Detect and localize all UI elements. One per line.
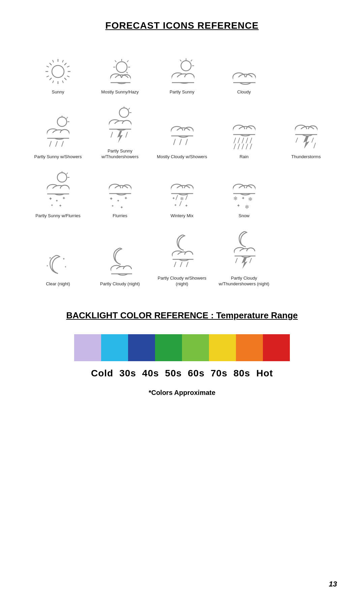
icon-mostly-cloudy-showers: Mostly Cloudy w/Showers	[151, 102, 213, 163]
icon-thunderstorms: Thunderstorms	[275, 102, 337, 163]
partly-sunny-thundershowers-icon	[103, 105, 137, 146]
partly-sunny-thundershowers-label: Partly Sunny w/Thundershowers	[91, 148, 149, 160]
svg-line-55	[62, 141, 63, 146]
svg-rect-42	[233, 77, 255, 83]
partly-cloudy-night-icon	[103, 245, 137, 279]
svg-text:❄: ❄	[180, 196, 184, 201]
svg-rect-51	[47, 133, 69, 138]
svg-rect-79	[233, 129, 255, 135]
svg-line-16	[62, 81, 63, 83]
svg-line-13	[47, 76, 49, 77]
clear-night-icon: ✦ ✦ ✦ ✦	[43, 252, 73, 279]
svg-text:✦: ✦	[237, 203, 240, 208]
svg-text:✦: ✦	[117, 199, 120, 203]
color-label-80s: 80s	[234, 368, 250, 379]
svg-line-85	[250, 138, 252, 143]
svg-line-58	[128, 108, 130, 110]
svg-line-170	[250, 258, 251, 263]
svg-line-160	[174, 262, 176, 267]
icon-cloudy: Cloudy	[213, 45, 275, 98]
svg-line-15	[53, 81, 54, 83]
color-bar-cold	[74, 334, 101, 361]
icon-partly-cloudy-showers-night: Partly Cloudy w/Showers (night)	[151, 226, 213, 290]
svg-line-98	[314, 143, 315, 148]
svg-line-86	[234, 144, 236, 149]
svg-line-134	[180, 201, 181, 206]
partly-cloudy-showers-night-icon	[165, 232, 199, 273]
svg-text:✦: ✦	[241, 196, 245, 201]
colors-approximate: *Colors Approximate	[27, 389, 337, 397]
svg-text:✦: ✦	[111, 204, 114, 208]
icon-partly-sunny-thundershowers: Partly Sunny w/Thundershowers	[89, 102, 151, 163]
color-label-60s: 60s	[188, 368, 205, 379]
svg-point-29	[181, 61, 191, 71]
color-label-50s: 50s	[165, 368, 182, 379]
svg-line-84	[246, 138, 248, 143]
svg-text:❄: ❄	[248, 196, 252, 202]
color-bar-50s	[155, 334, 182, 361]
mostly-cloudy-showers-icon	[165, 114, 199, 151]
svg-rect-139	[233, 188, 255, 194]
svg-line-75	[186, 139, 187, 145]
svg-text:✦: ✦	[124, 196, 128, 201]
svg-text:❄: ❄	[245, 204, 249, 210]
svg-line-46	[66, 117, 68, 119]
svg-rect-117	[109, 188, 131, 194]
icon-snow: ❄ ✦ ❄ ✦ ❄ Snow	[213, 167, 275, 222]
svg-point-17	[116, 62, 127, 73]
thunderstorms-icon	[289, 114, 323, 151]
icon-partly-sunny-flurries: ✦ ✦ ✦ ✦ ✦ Partly Sunny w/Flurries	[27, 167, 89, 222]
svg-marker-65	[117, 131, 123, 143]
svg-line-6	[64, 78, 66, 80]
svg-line-31	[191, 60, 192, 61]
svg-text:✦: ✦	[109, 196, 113, 201]
color-bar-80s	[236, 334, 263, 361]
forecast-title: FORECAST ICONS REFERENCE	[27, 20, 337, 31]
svg-line-21	[115, 60, 116, 62]
svg-text:✦: ✦	[46, 264, 49, 267]
icon-partly-cloudy-night: Partly Cloudy (night)	[89, 226, 151, 290]
sunny-icon	[43, 56, 73, 87]
svg-line-14	[67, 76, 69, 77]
color-bar-30s	[101, 334, 128, 361]
svg-marker-168	[242, 258, 247, 269]
svg-line-82	[238, 138, 240, 143]
svg-line-9	[53, 60, 54, 62]
svg-line-53	[50, 141, 51, 146]
color-bars	[27, 334, 337, 361]
svg-line-81	[234, 138, 236, 143]
color-bar-60s	[182, 334, 209, 361]
svg-line-74	[180, 139, 181, 145]
color-bar-40s	[128, 334, 155, 361]
partly-cloudy-thundershowers-night-label: Partly Cloudy w/Thundershowers (night)	[215, 276, 273, 287]
partly-sunny-showers-label: Partly Sunny w/Showers	[34, 154, 82, 160]
icon-mostly-sunny-hazy: Mostly Sunny/Hazy	[89, 45, 151, 98]
svg-text:✦: ✦	[62, 196, 66, 201]
svg-text:✦: ✦	[174, 203, 177, 207]
page: FORECAST ICONS REFERENCE	[0, 0, 364, 602]
svg-rect-27	[111, 78, 130, 83]
rain-icon	[227, 114, 261, 151]
svg-point-56	[119, 108, 129, 117]
svg-rect-158	[173, 255, 193, 259]
svg-text:✦: ✦	[172, 196, 175, 201]
svg-line-161	[180, 262, 182, 267]
svg-rect-63	[109, 124, 131, 129]
color-label-hot: Hot	[256, 368, 273, 379]
svg-line-130	[176, 195, 178, 200]
snow-label: Snow	[239, 213, 250, 219]
svg-point-44	[57, 117, 67, 126]
svg-line-7	[64, 63, 66, 65]
color-label-cold: Cold	[91, 368, 113, 379]
icon-empty1	[275, 45, 337, 98]
svg-text:✦: ✦	[55, 199, 58, 203]
svg-line-169	[236, 258, 237, 263]
color-label-40s: 40s	[142, 368, 159, 379]
svg-marker-99	[303, 136, 309, 149]
svg-line-73	[174, 139, 175, 145]
svg-rect-107	[47, 189, 69, 194]
svg-line-54	[56, 141, 57, 146]
svg-line-11	[47, 66, 49, 67]
svg-line-8	[50, 78, 52, 80]
icons-grid: Sunny	[27, 45, 337, 290]
